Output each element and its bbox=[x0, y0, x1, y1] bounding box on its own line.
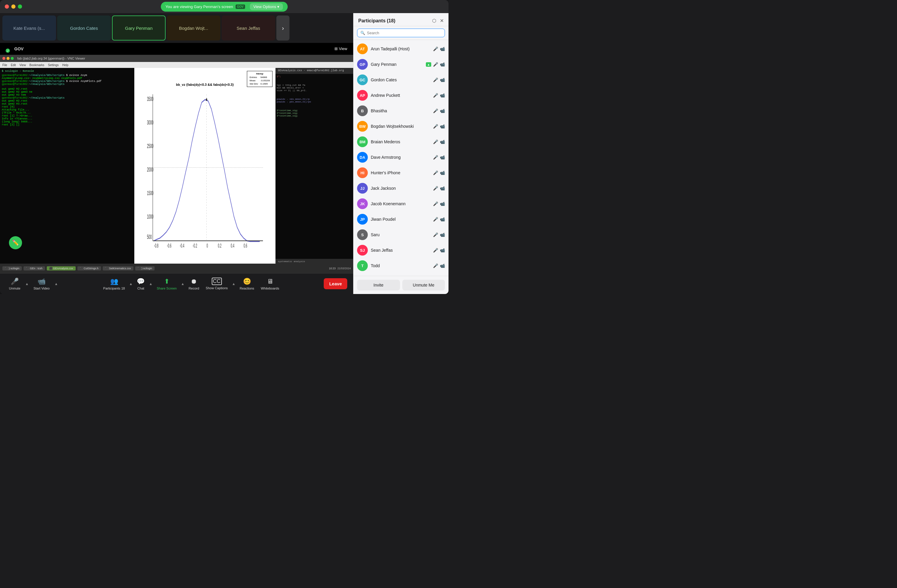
video-caret[interactable]: ▲ bbox=[54, 282, 59, 286]
participant-icons: 🎤 📹 bbox=[433, 139, 445, 144]
view-options-button[interactable]: View Options ▾ bbox=[250, 3, 283, 10]
avatar: GP bbox=[357, 59, 368, 70]
unmute-button[interactable]: 🎤 Unmute bbox=[6, 276, 23, 292]
cam-muted-icon: 📹 bbox=[440, 155, 445, 160]
mic-muted-icon: 🎤 bbox=[433, 139, 438, 144]
close-panel-button[interactable]: ✕ bbox=[440, 18, 444, 23]
list-item[interactable]: SJ Sean Jeffas 🎤 📹 bbox=[354, 242, 448, 258]
participant-icons: 🎤 📹 bbox=[433, 46, 445, 51]
participant-name: Todd bbox=[371, 263, 430, 268]
avatar: S bbox=[357, 230, 368, 240]
mic-muted-icon: 🎤 bbox=[433, 232, 438, 237]
participant-icons: 🎤 📹 bbox=[433, 248, 445, 253]
banner-text: You are viewing Gary Penman's screen bbox=[165, 5, 233, 9]
tab-genanalysis[interactable]: ⬛ GEnAnalysis.cxx bbox=[47, 266, 76, 271]
search-input[interactable] bbox=[367, 31, 442, 35]
participant-thumb-gary[interactable]: Gary Penman bbox=[112, 15, 165, 40]
mic-muted-icon: 🎤 bbox=[433, 155, 438, 160]
svg-text:0.4: 0.4 bbox=[231, 242, 234, 248]
svg-point-22 bbox=[206, 98, 207, 101]
vnc-titlebar: fab (jlab2.jlab.org:34 [gpenman]) - VNC … bbox=[0, 55, 353, 62]
list-item[interactable]: HI Hunter's iPhone 🎤 📹 bbox=[354, 165, 448, 181]
list-item[interactable]: JK Jacob Koenemann 🎤 📹 bbox=[354, 196, 448, 211]
chat-caret[interactable]: ▲ bbox=[148, 282, 153, 286]
participant-icons: 🎤 📹 bbox=[433, 232, 445, 237]
unmute-me-button[interactable]: Unmute Me bbox=[403, 280, 445, 291]
participant-icons: 🎤 📹 bbox=[433, 77, 445, 82]
participants-button[interactable]: 👥 Participants 18 bbox=[100, 276, 128, 292]
mic-caret[interactable]: ▲ bbox=[25, 282, 29, 286]
list-item[interactable]: GC Gordon Cates 🎤 📹 bbox=[354, 72, 448, 87]
invite-button[interactable]: Invite bbox=[357, 280, 400, 291]
avatar: SJ bbox=[357, 245, 368, 256]
participant-icons: 🎤 📹 bbox=[433, 155, 445, 160]
cam-muted-icon: 📹 bbox=[440, 139, 445, 144]
close-button[interactable] bbox=[5, 5, 9, 9]
list-item[interactable]: JP Jiwan Poudel 🎤 📹 bbox=[354, 211, 448, 227]
annotate-button[interactable]: ✏️ bbox=[9, 236, 22, 249]
captions-caret[interactable]: ▲ bbox=[231, 282, 236, 286]
svg-text:1000: 1000 bbox=[147, 213, 153, 220]
leave-button[interactable]: Leave bbox=[324, 278, 347, 289]
participant-name: Braian Mederos bbox=[371, 139, 430, 144]
titlebar: You are viewing Gary Penman's screen GOV… bbox=[0, 0, 448, 13]
cam-muted-icon: 📹 bbox=[440, 186, 445, 191]
cam-muted-icon: 📹 bbox=[440, 77, 445, 82]
minimize-button[interactable] bbox=[11, 5, 15, 9]
avatar: AP bbox=[357, 90, 368, 101]
participant-thumb-bogdan[interactable]: Bogdan Wojt... bbox=[167, 15, 220, 40]
avatar: DA bbox=[357, 152, 368, 162]
avatar: JK bbox=[357, 198, 368, 209]
screen-share-banner: You are viewing Gary Penman's screen GOV… bbox=[161, 2, 288, 12]
reactions-icon: 😊 bbox=[243, 278, 251, 285]
fullscreen-button[interactable] bbox=[18, 5, 22, 9]
record-button[interactable]: ⏺ Record bbox=[185, 276, 202, 292]
tab-scilogin2[interactable]: ⬛ ) scilogin bbox=[135, 266, 155, 271]
avatar: GC bbox=[357, 75, 368, 85]
avatar: T bbox=[357, 260, 368, 271]
list-item[interactable]: AP Andrew Puckett 🎤 📹 bbox=[354, 87, 448, 103]
histogram-svg: 3500 3000 2500 2000 1500 1000 500 -0.8 -… bbox=[137, 87, 272, 249]
mic-muted-icon: 🎤 bbox=[433, 170, 438, 175]
whiteboards-button[interactable]: 🖥 Whiteboards bbox=[258, 276, 282, 292]
participants-caret[interactable]: ▲ bbox=[129, 282, 133, 286]
record-icon: ⏺ bbox=[191, 278, 197, 285]
participant-name: Jacob Koenemann bbox=[371, 201, 430, 206]
mic-muted-icon: 🎤 bbox=[433, 46, 438, 51]
cam-muted-icon: 📹 bbox=[440, 201, 445, 206]
list-item[interactable]: BW Bogdan Wojtsekhowski 🎤 📹 bbox=[354, 119, 448, 134]
captions-button[interactable]: CC Show Captions bbox=[203, 276, 231, 292]
tab-cutstrings[interactable]: ⬛ CutStrings.h bbox=[77, 266, 101, 271]
share-caret[interactable]: ▲ bbox=[180, 282, 185, 286]
list-item[interactable]: S Saru 🎤 📹 bbox=[354, 227, 448, 242]
tab-scilogin[interactable]: ⬛ ) scilogin bbox=[2, 266, 22, 271]
svg-text:500: 500 bbox=[147, 234, 152, 240]
participant-thumb-sean[interactable]: Sean Jeffas bbox=[222, 15, 275, 40]
more-participants-button[interactable]: › bbox=[276, 15, 289, 40]
list-item[interactable]: DA Dave Armstrong 🎤 📹 bbox=[354, 150, 448, 165]
mic-icon: 🎤 bbox=[11, 278, 19, 285]
participant-thumb-kate[interactable]: Kate Evans (s... bbox=[2, 15, 56, 40]
reactions-button[interactable]: 😊 Reactions bbox=[237, 276, 257, 292]
list-item[interactable]: B Bhasitha 🎤 📹 bbox=[354, 103, 448, 119]
tab-setkinematics[interactable]: ⬛ SetKinematics.cxx bbox=[103, 266, 133, 271]
mic-muted-icon: 🎤 bbox=[433, 186, 438, 191]
terminal-left[interactable]: $ scilogin - Konsole gpenman@farm1802:~/… bbox=[0, 68, 134, 263]
list-item[interactable]: T Todd 🎤 📹 bbox=[354, 258, 448, 273]
list-item[interactable]: AT Arun Tadepalli (Host) 🎤 📹 bbox=[354, 41, 448, 57]
list-item[interactable]: JJ Jack Jackson 🎤 📹 bbox=[354, 181, 448, 196]
participant-thumb-gordon[interactable]: Gordon Cates bbox=[57, 15, 111, 40]
start-video-button[interactable]: 📹 Start Video bbox=[31, 276, 52, 292]
share-screen-button[interactable]: ⬆ Share Screen bbox=[154, 276, 179, 292]
tab-gen[interactable]: ⬛ GEn : tcsh bbox=[23, 266, 45, 271]
list-item[interactable]: GP Gary Penman ▲ 🎤 📹 bbox=[354, 57, 448, 72]
participant-name: Gary Penman bbox=[371, 62, 423, 67]
editor-right[interactable]: GEnAnalysis.cxx - emacs@farm1802.jlab.or… bbox=[276, 68, 353, 263]
participant-name: Arun Tadepalli (Host) bbox=[371, 46, 430, 51]
toolbar-center: 👥 Participants 18 ▲ 💬 Chat ▲ bbox=[100, 276, 282, 292]
popout-button[interactable]: ⬡ bbox=[432, 18, 436, 23]
list-item[interactable]: BM Braian Mederos 🎤 📹 bbox=[354, 134, 448, 150]
chat-button[interactable]: 💬 Chat bbox=[134, 276, 148, 292]
view-button[interactable]: ⊞ View bbox=[331, 45, 351, 52]
vnc-menubar: File Edit View Bookmarks Settings Help bbox=[0, 62, 353, 68]
